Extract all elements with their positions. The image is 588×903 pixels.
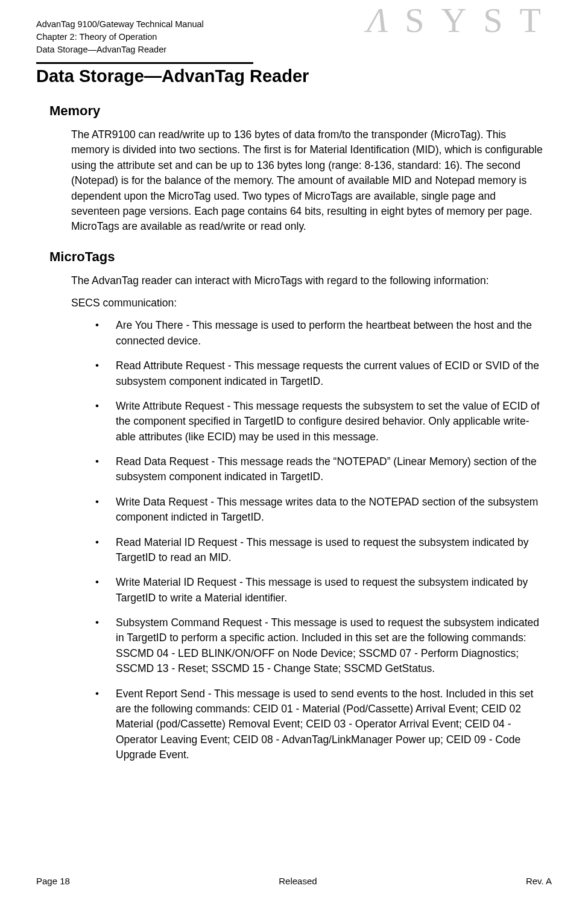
- header-left-block: AdvanTag 9100/Gateway Technical Manual C…: [36, 18, 204, 56]
- list-item: Event Report Send - This message is used…: [95, 686, 546, 763]
- list-item: Read Material ID Request - This message …: [95, 535, 546, 566]
- list-item: Read Data Request - This message reads t…: [95, 454, 546, 485]
- footer-page-number: Page 18: [36, 876, 70, 886]
- microtags-intro: The AdvanTag reader can interact with Mi…: [71, 273, 546, 288]
- memory-body: The ATR9100 can read/write up to 136 byt…: [71, 127, 546, 235]
- page-header: AdvanTag 9100/Gateway Technical Manual C…: [36, 18, 552, 56]
- list-item: Read Attribute Request - This message re…: [95, 358, 546, 389]
- section-title: Data Storage—AdvanTag Reader: [36, 66, 552, 86]
- page-footer: Page 18 Released Rev. A: [36, 876, 552, 886]
- footer-revision: Rev. A: [526, 876, 552, 886]
- secs-label: SECS communication:: [71, 296, 546, 311]
- header-manual-title: AdvanTag 9100/Gateway Technical Manual: [36, 18, 204, 31]
- list-item: Write Attribute Request - This message r…: [95, 399, 546, 445]
- header-topic: Data Storage—AdvanTag Reader: [36, 43, 204, 56]
- brand-logo: ΛSYST: [367, 1, 558, 40]
- footer-status: Released: [279, 876, 317, 886]
- list-item: Are You There - This message is used to …: [95, 318, 546, 349]
- section-divider: [36, 62, 253, 64]
- subsection-microtags-title: MicroTags: [49, 249, 552, 265]
- list-item: Subsystem Command Request - This message…: [95, 615, 546, 677]
- list-item: Write Material ID Request - This message…: [95, 575, 546, 606]
- list-item: Write Data Request - This message writes…: [95, 495, 546, 525]
- header-logo-wrap: ΛSYST: [367, 0, 558, 40]
- secs-communication-list: Are You There - This message is used to …: [95, 318, 546, 762]
- header-chapter: Chapter 2: Theory of Operation: [36, 31, 204, 43]
- subsection-memory-title: Memory: [49, 103, 552, 119]
